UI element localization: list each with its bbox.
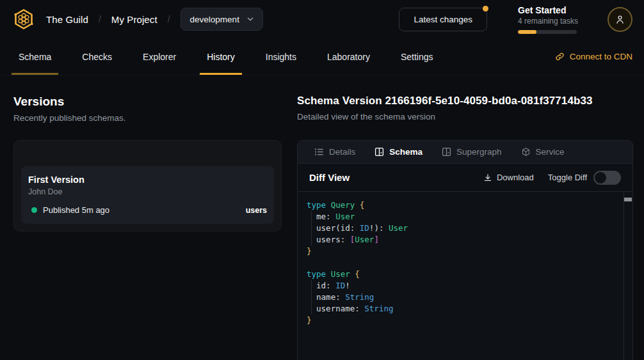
top-bar: The Guild / My Project / development Lat… [0,0,644,38]
schema-detail-tabs: DetailsSchemaSupergraphService [298,141,632,164]
schema-code-editor[interactable]: type Query { me: User user(id: ID!): Use… [298,192,632,360]
breadcrumb: The Guild / My Project / development [12,7,399,31]
app-window: The Guild / My Project / development Lat… [0,0,644,360]
detail-tab-details[interactable]: Details [314,147,355,157]
connect-to-cdn-label: Connect to CDN [570,52,632,61]
user-icon [614,13,626,26]
get-started-title: Get Started [518,5,577,15]
code-line: id: ID! [307,280,624,292]
tab-insights[interactable]: Insights [259,38,303,75]
versions-subtitle: Recently published schemas. [13,113,282,123]
code-line: username: String [307,303,624,315]
progress-fill [518,30,536,34]
detail-tab-supergraph[interactable]: Supergraph [442,147,502,157]
detail-tab-schema[interactable]: Schema [374,147,423,157]
code-line: users: [User] [307,234,624,246]
latest-changes-button[interactable]: Latest changes [399,8,487,31]
diff-view-title: Diff View [309,172,350,183]
code-line [307,257,624,269]
user-menu-button[interactable] [608,7,632,32]
breadcrumb-separator: / [168,14,170,24]
versions-list: First Version John Doe Published 5m ago … [13,140,282,231]
versions-title: Versions [13,95,282,109]
tab-history[interactable]: History [200,38,242,75]
schema-detail-card: DetailsSchemaSupergraphService Diff View… [297,140,633,360]
version-status-row: Published 5m ago users [28,205,267,215]
diff-view-actions: Download Toggle Diff [483,171,621,185]
breadcrumb-org[interactable]: The Guild [46,14,88,25]
detail-tab-label: Supergraph [456,147,502,157]
code-line: me: User [307,211,624,223]
diff-view-header: Diff View Download Toggle Diff [298,164,632,192]
hive-logo-icon [12,7,36,31]
toggle-diff-switch[interactable] [593,171,621,185]
editor-scrollbar-thumb[interactable] [624,198,632,201]
link-icon [555,52,565,61]
latest-changes-label: Latest changes [414,15,472,24]
code-line: type User { [307,269,624,280]
indent-guide [311,280,312,315]
indent-guide [311,211,312,246]
top-bar-right: Latest changes Get Started 4 remaining t… [399,5,632,34]
tab-settings[interactable]: Settings [394,38,440,75]
tab-explorer[interactable]: Explorer [136,38,183,75]
notification-dot [483,6,488,12]
breadcrumb-separator: / [99,14,101,24]
schema-version-panel: Schema Version 2166196f-5e10-4059-bd0a-0… [297,75,633,360]
schema-version-title: Schema Version 2166196f-5e10-4059-bd0a-0… [297,95,633,107]
breadcrumb-project[interactable]: My Project [111,14,157,25]
get-started-widget[interactable]: Get Started 4 remaining tasks [518,5,577,34]
detail-tab-label: Service [536,147,565,157]
main-nav-tabs: SchemaChecksExplorerHistoryInsightsLabor… [12,38,555,75]
code-line: type Query { [307,200,624,211]
detail-tab-label: Details [329,147,355,157]
detail-tab-label: Schema [389,147,423,157]
main-nav: SchemaChecksExplorerHistoryInsightsLabor… [0,38,644,75]
code-line: name: String [307,292,624,303]
main-content: Versions Recently published schemas. Fir… [0,75,644,360]
tab-laboratory[interactable]: Laboratory [320,38,377,75]
version-service-badge: users [246,206,267,215]
version-name: First Version [28,175,267,185]
toggle-diff-label: Toggle Diff [548,173,587,182]
detail-tab-service[interactable]: Service [521,147,565,157]
code-line: } [307,315,624,326]
editor-scrollbar[interactable] [624,192,632,360]
chevron-down-icon [246,15,255,24]
code-line: } [307,246,624,257]
columns-icon [442,147,451,157]
connect-to-cdn-button[interactable]: Connect to CDN [555,38,632,75]
version-author: John Doe [28,187,267,196]
download-button[interactable]: Download [483,173,534,182]
environment-select-value: development [190,15,239,24]
tab-schema[interactable]: Schema [12,38,58,75]
schema-version-subtitle: Detailed view of the schema version [297,112,633,121]
environment-select[interactable]: development [181,8,263,31]
get-started-progress [518,30,577,34]
published-status-dot [31,207,37,213]
version-list-item[interactable]: First Version John Doe Published 5m ago … [21,166,274,224]
columns-icon [374,147,384,157]
schema-sdl-code: type Query { me: User user(id: ID!): Use… [298,192,632,334]
list-icon [314,147,324,157]
get-started-subtitle: 4 remaining tasks [518,17,577,26]
version-status: Published 5m ago [43,205,109,215]
versions-panel: Versions Recently published schemas. Fir… [13,75,282,360]
tab-checks[interactable]: Checks [75,38,119,75]
toggle-diff-group: Toggle Diff [548,171,621,185]
cube-icon [521,147,531,157]
switch-knob [595,172,606,184]
download-icon [483,173,492,182]
code-line: user(id: ID!): User [307,223,624,234]
download-label: Download [497,173,534,182]
